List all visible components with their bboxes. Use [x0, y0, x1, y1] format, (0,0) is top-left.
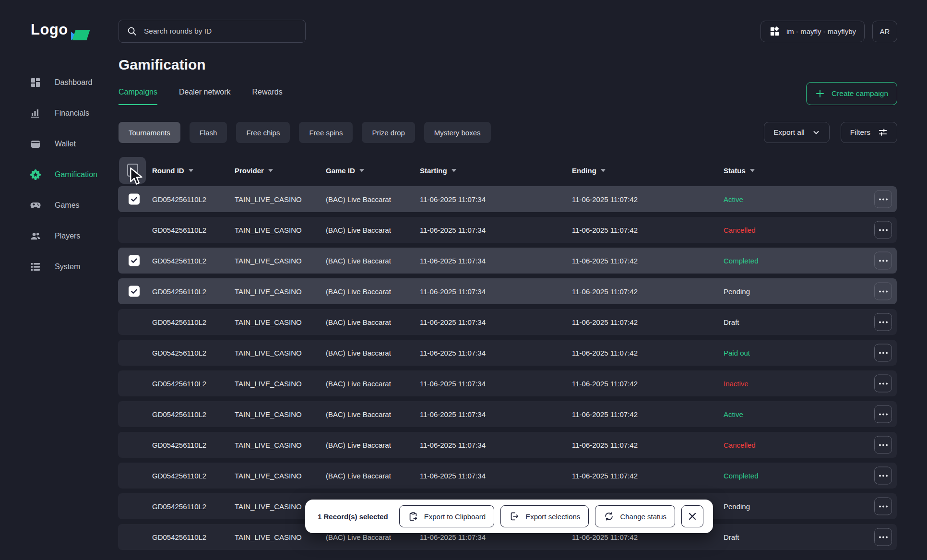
filters-label: Filters: [850, 128, 870, 137]
chip-free-chips[interactable]: Free chips: [236, 122, 290, 143]
sidebar-item-system[interactable]: System: [0, 251, 118, 282]
sidebar-item-games[interactable]: Games: [0, 190, 118, 221]
export-all-button[interactable]: Export all: [764, 122, 830, 143]
sync-icon: [604, 511, 614, 522]
column-header-provider[interactable]: Provider: [235, 167, 273, 175]
sidebar-item-label: Gamification: [55, 170, 97, 179]
provider-cell: TAIN_LIVE_CASINO: [235, 441, 302, 449]
game-id-cell: (BAC) Live Baccarat: [326, 441, 391, 449]
table-row[interactable]: GD054256110L2 TAIN_LIVE_CASINO (BAC) Liv…: [118, 340, 897, 366]
table-row[interactable]: GD054256110L2 TAIN_LIVE_CASINO (BAC) Liv…: [118, 463, 897, 489]
sidebar-item-gamification[interactable]: Gamification: [0, 159, 118, 190]
table-row[interactable]: GD054256110L2 TAIN_LIVE_CASINO (BAC) Liv…: [118, 248, 897, 274]
game-id-cell: (BAC) Live Baccarat: [326, 533, 391, 541]
starting-cell: 11-06-2025 11:07:34: [420, 226, 486, 234]
starting-cell: 11-06-2025 11:07:34: [420, 349, 486, 357]
workspace-switcher-button[interactable]: im - mayfly - mayflyby: [761, 21, 865, 42]
row-actions-button[interactable]: [874, 375, 892, 393]
status-badge: Completed: [724, 472, 759, 480]
export-to-clipboard-button[interactable]: Export to Clipboard: [399, 505, 494, 527]
provider-cell: TAIN_LIVE_CASINO: [235, 226, 302, 234]
tab-campaigns[interactable]: Campaigns: [119, 88, 157, 105]
provider-cell: TAIN_LIVE_CASINO: [235, 318, 302, 326]
status-badge: Inactive: [724, 380, 749, 388]
sidebar-item-dashboard[interactable]: Dashboard: [0, 67, 118, 98]
ellipsis-icon: [879, 352, 881, 354]
status-badge: Active: [724, 410, 743, 418]
row-actions-button[interactable]: [874, 405, 892, 423]
chip-flash[interactable]: Flash: [190, 122, 227, 143]
sidebar-item-label: Dashboard: [55, 78, 92, 87]
row-actions-button[interactable]: [874, 528, 892, 546]
filters-button[interactable]: Filters: [841, 122, 897, 143]
table-row[interactable]: GD054256110L2 TAIN_LIVE_CASINO (BAC) Liv…: [118, 309, 897, 335]
status-badge: Draft: [724, 533, 739, 541]
row-actions-button[interactable]: [874, 252, 892, 270]
sidebar-item-financials[interactable]: Financials: [0, 98, 118, 129]
table-row[interactable]: GD054256110L2 TAIN_LIVE_CASINO (BAC) Liv…: [118, 432, 897, 458]
chip-mystery-boxes[interactable]: Mystery boxes: [424, 122, 491, 143]
row-checkbox[interactable]: [129, 286, 140, 297]
row-actions-button[interactable]: [874, 344, 892, 362]
chip-tournaments[interactable]: Tournaments: [119, 122, 180, 143]
gamification-badge-icon: [30, 169, 41, 180]
starting-cell: 11-06-2025 11:07:34: [420, 533, 486, 541]
sort-caret-icon: [359, 169, 364, 172]
column-header-round-id[interactable]: Round ID: [152, 167, 193, 175]
provider-cell: TAIN_LIVE_CASINO: [235, 195, 302, 203]
chip-free-spins[interactable]: Free spins: [299, 122, 353, 143]
row-actions-button[interactable]: [874, 498, 892, 515]
status-badge: Draft: [724, 318, 739, 326]
status-badge: Pending: [724, 287, 750, 296]
row-actions-button[interactable]: [874, 436, 892, 454]
table-row[interactable]: GD054256110L2 TAIN_LIVE_CASINO (BAC) Liv…: [118, 217, 897, 243]
close-icon: [688, 512, 697, 521]
column-header-game-id[interactable]: Game ID: [326, 167, 364, 175]
game-id-cell: (BAC) Live Baccarat: [326, 226, 391, 234]
table-row[interactable]: GD054256110L2 TAIN_LIVE_CASINO (BAC) Liv…: [118, 370, 897, 396]
game-id-cell: (BAC) Live Baccarat: [326, 349, 391, 357]
round-id-cell: GD054256110L2: [152, 502, 206, 511]
row-checkbox[interactable]: [129, 255, 140, 266]
row-actions-button[interactable]: [874, 283, 892, 300]
select-all-checkbox[interactable]: [119, 157, 146, 184]
search-input[interactable]: [144, 27, 297, 36]
ending-cell: 11-06-2025 11:07:42: [572, 410, 638, 418]
chip-prize-drop[interactable]: Prize drop: [362, 122, 415, 143]
change-status-button[interactable]: Change status: [595, 505, 675, 527]
search-icon: [127, 26, 137, 36]
column-header-ending[interactable]: Ending: [572, 167, 606, 175]
sidebar-item-label: Wallet: [55, 140, 76, 148]
tab-rewards[interactable]: Rewards: [252, 88, 283, 105]
ending-cell: 11-06-2025 11:07:42: [572, 441, 638, 449]
plus-icon: [815, 89, 825, 98]
ellipsis-icon: [879, 382, 881, 384]
starting-cell: 11-06-2025 11:07:34: [420, 441, 486, 449]
game-id-cell: (BAC) Live Baccarat: [326, 410, 391, 418]
starting-cell: 11-06-2025 11:07:34: [420, 318, 486, 326]
avatar[interactable]: AR: [872, 21, 897, 42]
table-row[interactable]: GD054256110L2 TAIN_LIVE_CASINO (BAC) Liv…: [118, 401, 897, 427]
create-campaign-button[interactable]: Create campaign: [806, 82, 897, 105]
sidebar-item-wallet[interactable]: Wallet: [0, 129, 118, 159]
tab-dealer-network[interactable]: Dealer network: [179, 88, 231, 105]
row-actions-button[interactable]: [874, 313, 892, 331]
row-actions-button[interactable]: [874, 221, 892, 239]
export-selections-button[interactable]: Export selections: [500, 505, 589, 527]
table-row[interactable]: GD054256110L2 TAIN_LIVE_CASINO (BAC) Liv…: [118, 278, 897, 304]
create-campaign-label: Create campaign: [832, 89, 888, 98]
column-header-starting[interactable]: Starting: [420, 167, 456, 175]
ending-cell: 11-06-2025 11:07:42: [572, 349, 638, 357]
workspace-label: im - mayfly - mayflyby: [786, 27, 856, 36]
close-selection-toolbar-button[interactable]: [681, 505, 703, 527]
gamepad-icon: [30, 200, 41, 211]
column-header-status[interactable]: Status: [724, 167, 755, 175]
sidebar-item-players[interactable]: Players: [0, 221, 118, 251]
row-checkbox[interactable]: [129, 194, 140, 205]
table-row[interactable]: GD054256110L2 TAIN_LIVE_CASINO (BAC) Liv…: [118, 186, 897, 212]
row-actions-button[interactable]: [874, 467, 892, 485]
row-actions-button[interactable]: [874, 191, 892, 208]
sidebar-item-label: Games: [55, 201, 80, 210]
workspace-grid-icon: [769, 26, 780, 37]
game-id-cell: (BAC) Live Baccarat: [326, 318, 391, 326]
